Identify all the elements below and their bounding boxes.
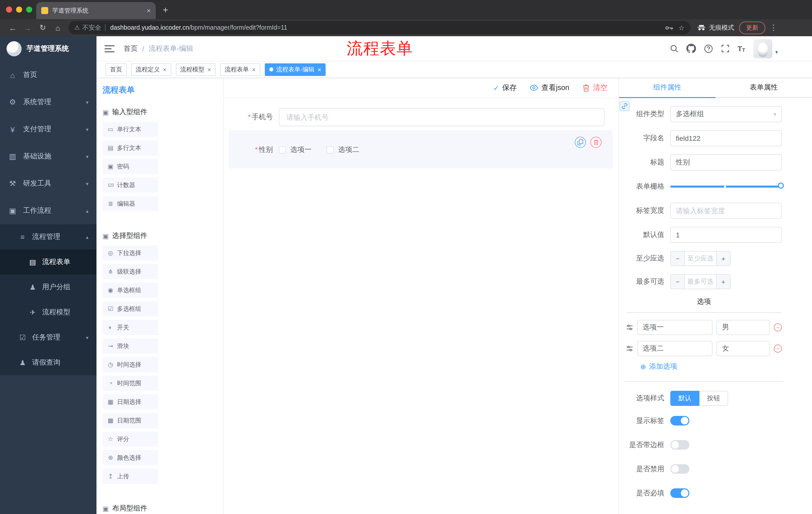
new-tab-button[interactable]: + — [163, 5, 168, 15]
window-minimize-button[interactable] — [16, 6, 22, 12]
bookmark-star-icon[interactable]: ☆ — [678, 24, 685, 31]
palette-item-counter[interactable]: 123计数器 — [103, 178, 158, 193]
palette-item-color-picker[interactable]: ⊛颜色选择 — [103, 450, 158, 465]
browser-menu-icon[interactable]: ⋮ — [770, 23, 777, 32]
sidebar-item-home[interactable]: ⌂ 首页 — [0, 61, 96, 88]
sidebar-item-workflow[interactable]: ▣ 工作流程 ▴ — [0, 197, 96, 224]
form-board[interactable]: *手机号 *性别 — [224, 98, 618, 514]
clear-button[interactable]: 清空 — [582, 83, 608, 92]
window-close-button[interactable] — [6, 6, 12, 12]
palette-item-switch[interactable]: ◐开关 — [103, 320, 158, 335]
field-name-input[interactable] — [670, 130, 782, 146]
window-zoom-button[interactable] — [26, 6, 32, 12]
border-switch[interactable] — [670, 440, 689, 450]
sidebar-item-task-mgmt[interactable]: ☑ 任务管理 ▾ — [0, 325, 96, 350]
sidebar-item-infrastructure[interactable]: ▥ 基础设施 ▾ — [0, 143, 96, 170]
tag-close-icon[interactable]: × — [207, 66, 211, 73]
breadcrumb-home[interactable]: 首页 — [124, 44, 138, 53]
copy-field-button[interactable] — [575, 137, 586, 148]
font-size-icon[interactable]: TT — [737, 44, 745, 53]
security-label[interactable]: 不安全 — [82, 23, 101, 32]
option2-label-input[interactable] — [637, 341, 713, 356]
forward-icon[interactable]: → — [20, 23, 35, 32]
title-input[interactable] — [670, 154, 782, 170]
required-switch[interactable] — [670, 488, 689, 498]
tag-process-definition[interactable]: 流程定义 × — [131, 63, 171, 76]
tab-form-props[interactable]: 表单属性 — [716, 78, 812, 97]
default-value-input[interactable] — [670, 227, 782, 243]
palette-item-date-range[interactable]: ▩日期范围 — [103, 413, 158, 428]
palette-item-password[interactable]: ▣密码 — [103, 159, 158, 174]
gender-option1-checkbox[interactable]: 选项一 — [279, 145, 312, 154]
palette-item-time-range[interactable]: ◔时间范围 — [103, 376, 158, 391]
stepper-minus-button[interactable]: − — [671, 251, 685, 266]
palette-item-radio-group[interactable]: ◉单选框组 — [103, 283, 158, 298]
style-default-button[interactable]: 默认 — [670, 391, 699, 406]
sidebar-item-devtools[interactable]: ⚒ 研发工具 ▾ — [0, 170, 96, 197]
tag-process-form-edit[interactable]: 流程表单-编辑 × — [265, 63, 326, 76]
hamburger-icon[interactable] — [105, 45, 115, 53]
component-type-select[interactable]: 多选框组 ▾ — [670, 106, 782, 122]
browser-home-icon[interactable]: ⌂ — [50, 23, 65, 32]
view-json-button[interactable]: 查看json — [530, 83, 569, 92]
drag-handle-icon[interactable] — [626, 345, 633, 352]
disabled-switch[interactable] — [670, 464, 689, 474]
stepper-plus-button[interactable]: + — [716, 251, 730, 266]
tag-close-icon[interactable]: × — [252, 66, 256, 73]
github-icon[interactable] — [686, 44, 696, 53]
tab-close-icon[interactable]: × — [147, 7, 151, 14]
sidebar-item-leave-query[interactable]: ♟ 请假查询 — [0, 350, 96, 375]
remove-option-button[interactable]: − — [774, 323, 782, 331]
browser-tab[interactable]: 芋道管理系统 × — [36, 2, 156, 19]
fullscreen-icon[interactable] — [721, 44, 729, 53]
avatar-caret-icon[interactable]: ▾ — [775, 49, 778, 55]
password-key-icon[interactable] — [666, 25, 673, 30]
palette-item-textarea[interactable]: ▤多行文本 — [103, 140, 158, 155]
palette-item-single-text[interactable]: ▭单行文本 — [103, 122, 158, 137]
update-button[interactable]: 更新 — [739, 21, 765, 34]
form-field-phone[interactable]: *手机号 — [229, 108, 612, 126]
stepper-plus-button[interactable]: + — [716, 275, 730, 289]
form-field-gender-selected[interactable]: *性别 选项一 选项二 — [229, 130, 612, 168]
tag-close-icon[interactable]: × — [163, 66, 167, 73]
tag-process-model[interactable]: 流程模型 × — [176, 63, 215, 76]
reload-icon[interactable]: ↻ — [35, 23, 50, 32]
tab-component-props[interactable]: 组件属性 — [619, 78, 716, 97]
search-icon[interactable] — [670, 44, 678, 53]
help-icon[interactable] — [704, 44, 713, 53]
sidebar-item-payment[interactable]: ¥ 支付管理 ▾ — [0, 116, 96, 143]
min-select-value[interactable]: 至少应选 — [685, 251, 716, 266]
tag-process-form[interactable]: 流程表单 × — [220, 63, 260, 76]
remove-option-button[interactable]: − — [774, 345, 782, 353]
delete-field-button[interactable] — [590, 137, 602, 148]
palette-item-slider[interactable]: ⊸滑块 — [103, 339, 158, 354]
max-select-value[interactable]: 最多可选 — [685, 275, 716, 289]
back-icon[interactable]: ← — [5, 23, 20, 32]
palette-item-cascader[interactable]: ⋔级联选择 — [103, 264, 158, 279]
palette-item-editor[interactable]: ≣编辑器 — [103, 196, 158, 211]
option1-label-input[interactable] — [637, 320, 713, 335]
grid-span-slider[interactable] — [670, 179, 782, 195]
label-width-input[interactable] — [670, 203, 782, 219]
drag-handle-icon[interactable] — [626, 324, 633, 331]
palette-item-date-picker[interactable]: ▦日期选择 — [103, 394, 158, 409]
stepper-minus-button[interactable]: − — [671, 275, 685, 289]
avatar[interactable] — [753, 39, 772, 58]
save-button[interactable]: ✓ 保存 — [493, 83, 517, 92]
sidebar-item-user-group[interactable]: ♟ 用户分组 — [0, 275, 96, 300]
option1-value-input[interactable] — [717, 320, 770, 335]
palette-item-time-picker[interactable]: ◷时间选择 — [103, 357, 158, 372]
tag-close-icon[interactable]: × — [318, 66, 321, 73]
palette-item-upload[interactable]: ↥上传 — [103, 469, 158, 484]
sidebar-item-process-mgmt[interactable]: ≡ 流程管理 ▴ — [0, 224, 96, 249]
sidebar-item-process-form[interactable]: ▤ 流程表单 — [0, 249, 96, 275]
show-label-switch[interactable] — [670, 416, 689, 426]
slider-handle[interactable] — [778, 183, 784, 189]
palette-item-select[interactable]: ◎下拉选择 — [103, 245, 158, 261]
url-bar[interactable]: ⚠ 不安全 dashboard.yudao.iocoder.cn /bpm/ma… — [68, 21, 690, 34]
gender-option2-checkbox[interactable]: 选项二 — [327, 145, 359, 154]
sidebar-item-process-model[interactable]: ✈ 流程模型 — [0, 300, 96, 325]
palette-item-rate[interactable]: ☆评分 — [103, 432, 158, 447]
option2-value-input[interactable] — [717, 341, 770, 356]
style-button-button[interactable]: 按钮 — [699, 391, 728, 406]
